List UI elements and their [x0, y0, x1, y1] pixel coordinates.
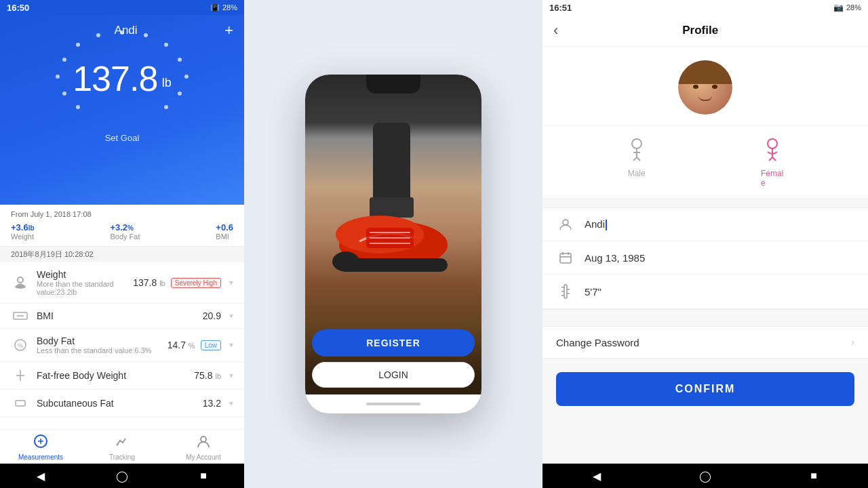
weight-metric-sub: More than the standard value:23.2lb	[37, 280, 133, 296]
battery-icon: 28%	[222, 3, 237, 12]
fatfree-metric-name: Fat-free Body Weight	[37, 370, 194, 381]
recents-system-button-right[interactable]: ■	[806, 468, 822, 484]
gender-female-label: Female	[761, 169, 783, 188]
set-goal-button[interactable]: Set Goal	[11, 133, 233, 143]
metric-subfat-row[interactable]: Subcutaneous Fat 13.2 ▾	[0, 390, 244, 418]
birthday-field[interactable]: Aug 13, 1985	[542, 241, 868, 274]
metric-weight-row[interactable]: Weight More than the standard value:23.2…	[0, 262, 244, 304]
svg-point-5	[178, 92, 182, 96]
subfat-metric-value: 13.2	[203, 398, 221, 409]
fatfree-chevron: ▾	[229, 371, 233, 380]
bodyfat-metric-value: 14.7 %	[167, 340, 195, 350]
name-field[interactable]: Andi	[542, 208, 868, 241]
profile-avatar-section	[542, 47, 868, 126]
back-button[interactable]: ‹	[553, 22, 558, 39]
metric-bodyfat-row[interactable]: % Body Fat Less than the standard value:…	[0, 329, 244, 362]
bodyfat-metric-name: Body Fat	[37, 336, 167, 346]
gender-male-option[interactable]: Male	[627, 137, 646, 188]
avatar-eye-left	[693, 85, 698, 89]
fatfree-metric-value: 75.8 lb	[194, 370, 221, 381]
svg-rect-26	[370, 197, 414, 218]
blue-header: Andi + 137.8	[0, 15, 244, 205]
phone-mockup: REGISTER LOGIN	[305, 75, 481, 413]
metric-bmi-row[interactable]: BMI 20.9 ▾	[0, 304, 244, 329]
bodyfat-chevron: ▾	[229, 340, 233, 350]
avatar-hair	[678, 60, 732, 84]
timestamp-text: 2018年8月19日 10:28:02	[11, 250, 94, 258]
svg-point-40	[768, 139, 777, 148]
svg-line-39	[637, 157, 640, 161]
metrics-list: Weight More than the standard value:23.2…	[0, 262, 244, 429]
stat-weight-label: Weight	[11, 232, 34, 241]
stat-bodyfat: +3.2% Body Fat	[110, 222, 140, 241]
gender-female-option[interactable]: Female	[761, 137, 783, 188]
svg-text:%: %	[18, 342, 23, 349]
battery-icon-right: 28%	[846, 3, 861, 12]
stat-bmi-label: BMI	[216, 232, 229, 241]
profile-panel: 16:51 📷 28% ‹ Profile	[542, 0, 868, 488]
name-field-icon	[556, 218, 575, 231]
nav-tracking[interactable]: Tracking	[81, 434, 163, 461]
status-time-left: 16:50	[7, 3, 29, 13]
bmi-chevron: ▾	[229, 311, 233, 321]
back-system-button[interactable]: ◀	[33, 468, 49, 484]
nav-measurements[interactable]: Measurements	[0, 434, 81, 461]
timestamp-row: 2018年8月19日 10:28:02	[0, 247, 244, 262]
status-bar-right: 16:51 📷 28%	[542, 0, 868, 15]
phone-notch	[366, 75, 420, 94]
svg-point-4	[184, 75, 189, 79]
home-system-button[interactable]: ◯	[114, 468, 130, 484]
subfat-metric-name: Subcutaneous Fat	[37, 398, 203, 409]
nav-account[interactable]: My Account	[163, 434, 244, 461]
account-nav-icon	[196, 434, 211, 452]
fatfree-icon	[11, 369, 30, 382]
svg-rect-21	[16, 401, 25, 406]
home-system-button-right[interactable]: ◯	[697, 468, 713, 484]
back-system-button-right[interactable]: ◀	[589, 468, 605, 484]
stats-from-section: From July 1, 2018 17:08 +3.6lb Weight +3…	[0, 205, 244, 247]
bmi-metric-value: 20.9	[203, 310, 221, 321]
svg-point-2	[164, 43, 168, 47]
subfat-metric-info: Subcutaneous Fat	[37, 398, 203, 409]
svg-point-1	[144, 33, 148, 37]
recents-system-button[interactable]: ■	[195, 468, 212, 484]
change-password-row[interactable]: Change Password ›	[542, 326, 868, 359]
confirm-button[interactable]: CONFIRM	[556, 372, 854, 406]
add-measurement-button[interactable]: +	[224, 22, 233, 39]
stats-from-date: From July 1, 2018 17:08	[11, 210, 233, 218]
avatar-eye-right	[712, 85, 717, 89]
phone-background: REGISTER LOGIN	[305, 75, 481, 394]
height-icon	[556, 284, 575, 299]
gender-section: Male Female	[542, 126, 868, 199]
svg-point-30	[332, 251, 359, 272]
system-bar-left: ◀ ◯ ■	[0, 464, 244, 488]
weight-badge: Severely High	[171, 278, 221, 288]
marketing-panel: REGISTER LOGIN	[244, 0, 542, 488]
status-icons-left: 📳 28%	[210, 3, 237, 12]
svg-line-43	[772, 157, 776, 161]
svg-point-10	[56, 75, 60, 79]
weight-metric-value: 137.8 lb	[133, 277, 165, 288]
name-field-value: Andi	[585, 218, 854, 230]
bodyfat-icon: %	[11, 338, 30, 352]
svg-point-9	[62, 58, 66, 62]
camera-icon-status: 📷	[833, 3, 844, 12]
login-button[interactable]: LOGIN	[312, 362, 475, 388]
bmi-value-area: 20.9 ▾	[203, 310, 233, 321]
svg-point-44	[563, 220, 568, 225]
nav-measurements-label: Measurements	[18, 453, 63, 461]
height-field[interactable]: 5'7"	[542, 274, 868, 309]
avatar[interactable]	[678, 60, 732, 115]
status-bar-left: 16:50 📳 28%	[0, 0, 244, 15]
gender-male-label: Male	[628, 169, 646, 178]
svg-line-38	[633, 157, 637, 161]
vibrate-icon: 📳	[210, 3, 220, 12]
phone-content: REGISTER LOGIN	[305, 75, 481, 394]
female-icon	[763, 137, 782, 166]
bodyfat-metric-sub: Less than the standard value:6.3%	[37, 346, 167, 354]
svg-point-24	[201, 436, 206, 442]
bodyfat-value-area: 14.7 % Low ▾	[167, 340, 233, 350]
metric-fatfree-row[interactable]: Fat-free Body Weight 75.8 lb ▾	[0, 362, 244, 390]
svg-point-6	[164, 105, 168, 109]
weight-number-container: 137.8 lb	[73, 58, 172, 99]
